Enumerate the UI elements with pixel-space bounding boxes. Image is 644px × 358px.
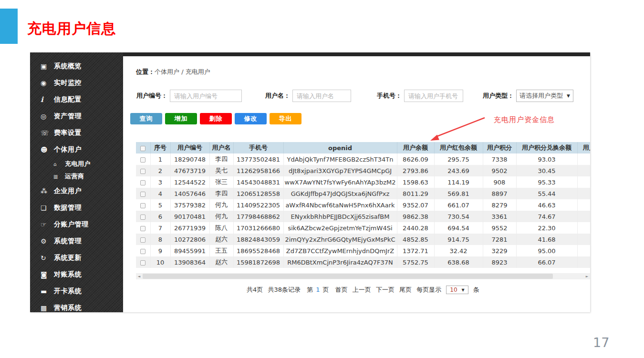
cell-points: 9502 [483, 165, 516, 176]
cell-balance: 2440.28 [397, 222, 434, 234]
sidebar-item-info-config[interactable]: i 信息配置 [30, 91, 123, 108]
delete-button[interactable]: 删除 [200, 113, 232, 124]
eye-icon: ◉ [41, 79, 54, 87]
per-page-select[interactable]: 10 ▼ [446, 286, 468, 294]
first-page-link[interactable]: 首页 [335, 286, 348, 293]
sidebar-item-label: 资产管理 [54, 112, 82, 121]
table-body: 1 18290748 李四 13773502481 YdAbjQkTynf7MF… [136, 153, 590, 268]
sidebar-item-charging-users[interactable]: ⌂ 充电用户 [30, 158, 123, 170]
sidebar-item-label: 企业用户 [54, 187, 82, 195]
sidebar-item-system-management[interactable]: ⚙ 系统管理 [30, 233, 123, 249]
sidebar-item-rate-settings[interactable]: ☏ 费率设置 [30, 124, 123, 141]
annotation-label: 充电用户资金信息 [494, 115, 555, 124]
cell-user-name: 李四 [209, 153, 233, 165]
last-page-link[interactable]: 尾页 [399, 286, 412, 293]
row-checkbox[interactable] [140, 169, 145, 174]
sidebar-item-subaccount-management[interactable]: ☞ 分账户管理 [30, 216, 123, 233]
scroll-left-icon[interactable]: ◄ [136, 273, 142, 279]
cell-user-type: vip [577, 199, 590, 211]
row-checkbox[interactable] [140, 203, 145, 208]
filter-user-no: 用户编号： [136, 90, 242, 102]
sidebar-item-system-overview[interactable]: ▣ 系统概览 [30, 58, 123, 74]
edit-button[interactable]: 修改 [235, 113, 267, 124]
row-checkbox[interactable] [140, 237, 145, 243]
cell-balance: 1598.63 [397, 176, 434, 188]
toolbar: 查询 增加 删除 修改 导出 [130, 113, 304, 124]
per-page-unit: 条 [473, 286, 479, 293]
select-all-checkbox[interactable] [140, 146, 145, 151]
filter-phone: 手机号： [377, 90, 463, 102]
cell-points: 8923 [483, 256, 516, 268]
cell-points: 8897 [483, 188, 516, 199]
sidebar-item-card-system[interactable]: ▬ 开卡系统 [30, 283, 123, 299]
sidebar-item-marketing-system[interactable]: ▩ 营销系统 [30, 299, 123, 312]
col-balance: 用户余额 [397, 142, 434, 153]
cell-user-no: 12544522 [170, 176, 209, 188]
sidebar-item-system-update[interactable]: ↻ 系统更新 [30, 249, 123, 266]
row-checkbox[interactable] [140, 249, 145, 254]
org-icon: ⁂ [41, 187, 54, 195]
sidebar-item-data-management[interactable]: ❏ 数据管理 [30, 199, 123, 216]
sidebar-item-label: 分账户管理 [54, 220, 89, 229]
table-row: 2 47673719 吴七 11262958166 dJt8xjpari3XGY… [136, 165, 590, 176]
sidebar-item-label: 实时监控 [54, 79, 82, 87]
breadcrumb-path: 个体用户 / 充电用户 [155, 68, 210, 75]
cell-openid: GGKdJffbp47JdQGJStxa6jNGfPxz [283, 188, 397, 199]
cell-redpacket-balance: 661.07 [434, 199, 483, 211]
scroll-right-icon[interactable]: ► [584, 273, 590, 279]
cell-points: 7281 [483, 234, 516, 245]
cell-user-type: vip [577, 188, 590, 199]
sidebar-item-label: 开卡系统 [54, 287, 82, 296]
sidebar-item-label: 营销系统 [54, 304, 82, 312]
cell-points: 9552 [483, 222, 516, 234]
cell-user-name: 李四 [209, 188, 233, 199]
cell-balance: 5752.75 [397, 256, 434, 268]
next-page-link[interactable]: 下一页 [376, 286, 395, 293]
user-no-label: 用户编号： [136, 92, 167, 100]
row-checkbox[interactable] [140, 192, 145, 197]
query-button[interactable]: 查询 [130, 113, 162, 124]
col-seq: 序号 [150, 142, 170, 153]
breadcrumb: 位置：个体用户 / 充电用户 [136, 68, 210, 76]
cell-user-name: 王五 [209, 245, 233, 256]
col-user-type: 用户类型 [577, 142, 590, 153]
cell-user-no: 37579382 [170, 199, 209, 211]
user-name-input[interactable] [292, 90, 351, 102]
row-checkbox[interactable] [140, 226, 145, 231]
table-row: 6 90170481 何九 17798468862 ENyxkbRhbPEJJB… [136, 211, 590, 222]
monitor-icon: ▣ [41, 62, 54, 70]
sidebar-item-realtime-monitor[interactable]: ◉ 实时监控 [30, 74, 123, 91]
phone-label: 手机号： [377, 92, 402, 100]
cell-balance: 4852.85 [397, 234, 434, 245]
sidebar-item-operators[interactable]: ▥ 运营商 [30, 170, 123, 183]
cell-balance: 8011.29 [397, 188, 434, 199]
sidebar-item-reconciliation-system[interactable]: ◙ 对账系统 [30, 266, 123, 283]
add-button[interactable]: 增加 [165, 113, 197, 124]
sidebar-item-label: 费率设置 [54, 129, 82, 137]
cell-phone: 17798468862 [233, 211, 283, 222]
sidebar-item-individual-users[interactable]: ☻ 个体用户 [30, 141, 123, 158]
cell-openid: Zd7ZB7CCtfZywMErnhjydnDQmJrZ [283, 245, 397, 256]
cell-points: 908 [483, 176, 516, 188]
row-checkbox[interactable] [140, 157, 145, 163]
sidebar-item-asset-management[interactable]: ◎ 资产管理 [30, 108, 123, 124]
cell-phone: 18695528468 [233, 245, 283, 256]
row-checkbox[interactable] [140, 260, 145, 266]
user-type-select[interactable]: 请选择用户类型 ▼ [516, 90, 573, 102]
cell-user-name: 吴七 [209, 165, 233, 176]
sidebar-item-enterprise-users[interactable]: ⁂ 企业用户 [30, 183, 123, 199]
horizontal-scrollbar[interactable]: ◄ ► [136, 273, 590, 279]
cell-phone: 11262958166 [233, 165, 283, 176]
prev-page-link[interactable]: 上一页 [353, 286, 371, 293]
cell-points-exchange-balance: 41.68 [516, 234, 577, 245]
row-checkbox[interactable] [140, 180, 145, 185]
scrollbar-thumb[interactable] [143, 274, 553, 279]
phone-input[interactable] [404, 90, 463, 102]
row-checkbox[interactable] [140, 215, 145, 220]
export-button[interactable]: 导出 [270, 113, 301, 124]
accent-bar [0, 9, 18, 44]
plug-icon: ▥ [53, 174, 65, 179]
cell-phone: 11409522305 [233, 199, 283, 211]
cell-user-name: 陈八 [209, 222, 233, 234]
user-no-input[interactable] [170, 90, 242, 102]
